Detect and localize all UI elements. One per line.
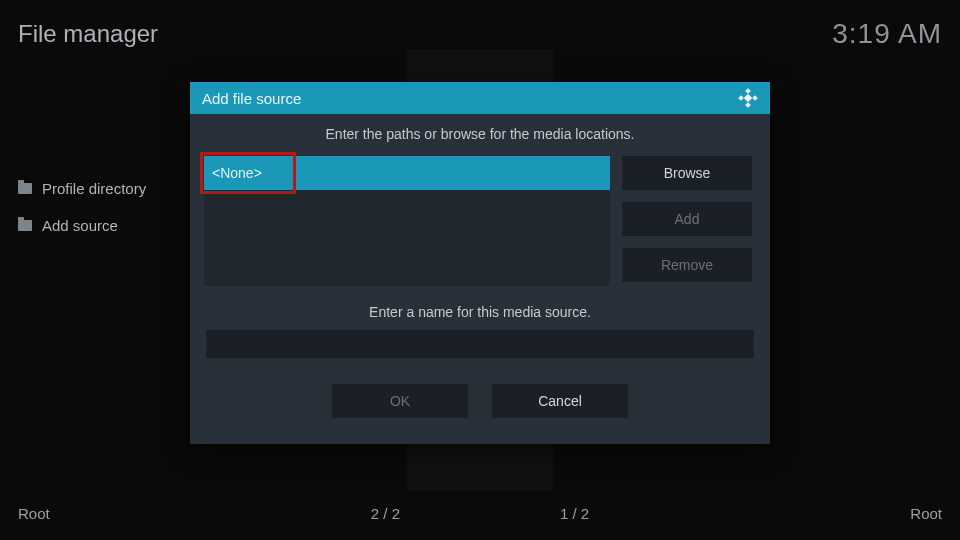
source-name-input[interactable] [206,330,754,358]
remove-button[interactable]: Remove [622,248,752,282]
clock: 3:19 AM [832,18,942,50]
name-prompt: Enter a name for this media source. [204,304,756,320]
dialog-footer-buttons: OK Cancel [204,384,756,418]
path-row: <None> Browse Add Remove [204,156,756,286]
dialog-body: Enter the paths or browse for the media … [190,114,770,444]
cancel-button[interactable]: Cancel [492,384,628,418]
path-list-selected[interactable]: <None> [204,156,610,190]
add-file-source-dialog: Add file source Enter the paths or brows… [190,82,770,444]
footer-counter-left: 2 / 2 [371,505,400,522]
add-button[interactable]: Add [622,202,752,236]
svg-rect-2 [752,95,758,101]
sidebar-item-profile-directory[interactable]: Profile directory [18,170,198,207]
browse-button[interactable]: Browse [622,156,752,190]
sidebar-item-label: Add source [42,217,118,234]
dialog-header: Add file source [190,82,770,114]
top-bar: File manager 3:19 AM [18,18,942,50]
page-title: File manager [18,20,158,48]
kodi-logo-icon [738,88,758,108]
svg-rect-1 [738,95,744,101]
footer-right-label: Root [910,505,942,522]
sidebar: Profile directory Add source [18,170,198,244]
svg-rect-3 [745,102,751,108]
footer-center: 2 / 2 1 / 2 [371,505,589,522]
footer-counter-right: 1 / 2 [560,505,589,522]
sidebar-item-add-source[interactable]: Add source [18,207,198,244]
folder-icon [18,183,32,194]
folder-icon [18,220,32,231]
ok-button[interactable]: OK [332,384,468,418]
dialog-title: Add file source [202,90,301,107]
dialog-instruction: Enter the paths or browse for the media … [204,126,756,142]
bottom-bar: Root 2 / 2 1 / 2 Root [18,505,942,522]
path-list[interactable]: <None> [204,156,610,286]
path-side-buttons: Browse Add Remove [622,156,752,282]
svg-rect-4 [744,94,752,102]
footer-left-label: Root [18,505,50,522]
svg-rect-0 [745,88,751,94]
sidebar-item-label: Profile directory [42,180,146,197]
path-value: <None> [212,165,262,181]
